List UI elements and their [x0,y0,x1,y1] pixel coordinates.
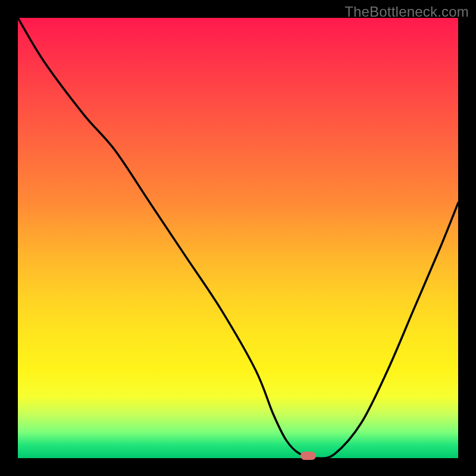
plot-area [18,18,458,458]
optimal-marker [300,452,316,460]
bottleneck-curve [18,18,458,458]
chart-frame: TheBottleneck.com [0,0,476,476]
